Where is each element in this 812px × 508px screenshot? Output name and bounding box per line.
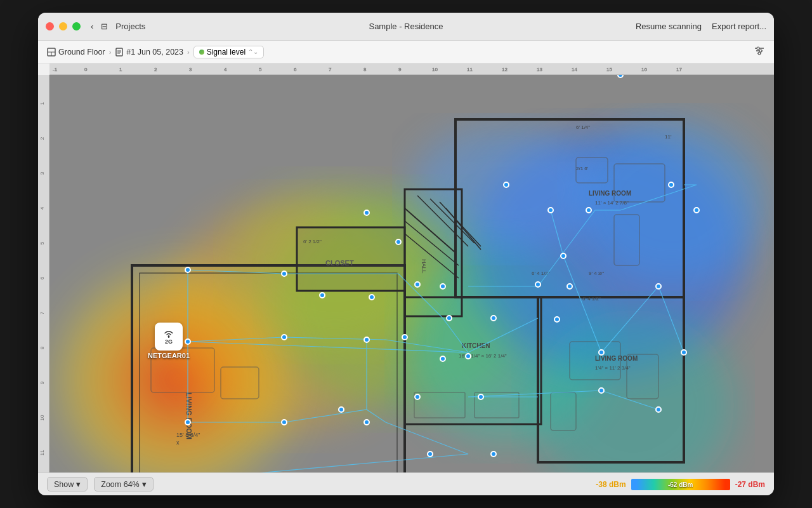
svg-text:1'4" × 11' 2 3/4": 1'4" × 11' 2 3/4" [595, 365, 631, 371]
signal-scale: -38 dBm -62 dBm -27 dBm [596, 479, 765, 490]
ap-marker[interactable]: 2G NETGEAR01 [148, 323, 190, 359]
svg-text:HALL: HALL [421, 259, 427, 274]
titlebar-nav: ‹ ⊟ Projects [91, 22, 145, 31]
svg-text:6' 1/4": 6' 1/4" [576, 124, 590, 130]
svg-text:3: 3 [39, 171, 45, 175]
svg-text:9: 9 [39, 381, 45, 384]
survey-point[interactable] [414, 281, 421, 288]
survey-point[interactable] [369, 294, 375, 300]
survey-point[interactable] [560, 253, 566, 259]
svg-text:3: 3 [189, 67, 192, 72]
ap-icon[interactable]: 2G [155, 323, 183, 351]
svg-text:1: 1 [39, 102, 45, 105]
survey-point[interactable] [586, 207, 592, 213]
survey-point[interactable] [402, 334, 408, 340]
svg-text:13: 13 [537, 67, 542, 72]
svg-text:17: 17 [676, 67, 682, 72]
projects-button[interactable]: Projects [115, 22, 145, 31]
svg-point-100 [168, 336, 170, 338]
app-window: ‹ ⊟ Projects Sample - Residence Resume s… [38, 13, 774, 495]
survey-point[interactable] [427, 451, 433, 457]
svg-text:8: 8 [39, 346, 45, 349]
breadcrumb-floor[interactable]: Ground Floor [47, 48, 105, 57]
survey-point[interactable] [655, 283, 662, 290]
survey-point[interactable] [693, 207, 700, 213]
svg-text:10: 10 [39, 415, 45, 420]
survey-point[interactable] [414, 394, 421, 400]
survey-icon [115, 48, 124, 57]
survey-point[interactable] [185, 419, 191, 425]
svg-rect-33 [38, 75, 49, 472]
back-button[interactable]: ‹ [91, 22, 93, 31]
survey-point[interactable] [554, 316, 560, 323]
survey-point[interactable] [617, 75, 624, 78]
canvas-area[interactable]: CLOSET LIVING ROOM 15' 8 3/4" x HALL [49, 75, 774, 472]
svg-text:4: 4 [39, 206, 45, 210]
survey-point[interactable] [490, 315, 497, 321]
svg-point-11 [759, 50, 762, 52]
svg-text:15: 15 [606, 67, 612, 72]
survey-point[interactable] [598, 387, 605, 394]
survey-point[interactable] [185, 338, 191, 345]
survey-point[interactable] [681, 349, 687, 356]
sidebar-toggle[interactable]: ⊟ [101, 22, 108, 31]
maximize-button[interactable] [72, 22, 81, 30]
svg-text:-1: -1 [53, 67, 58, 72]
survey-point[interactable] [319, 292, 325, 298]
survey-point[interactable] [281, 334, 287, 340]
ruler-top: -1 0 1 2 3 4 5 6 7 8 9 10 11 12 13 14 15 [49, 64, 774, 75]
traffic-lights [46, 22, 81, 30]
breadcrumb-survey[interactable]: #1 Jun 05, 2023 [115, 48, 183, 57]
bottom-bar: Show ▾ Zoom 64% ▾ -38 dBm -62 dBm -27 dB… [38, 472, 774, 495]
svg-text:5: 5 [39, 241, 45, 244]
survey-point[interactable] [490, 451, 497, 457]
scale-min-label: -38 dBm [596, 480, 625, 489]
zoom-button[interactable]: Zoom 64% ▾ [94, 477, 153, 491]
survey-point[interactable] [478, 394, 484, 400]
survey-point[interactable] [668, 182, 674, 188]
filter-button[interactable] [754, 45, 765, 59]
scale-mid-label: -62 dBm [668, 481, 693, 488]
resume-scanning-button[interactable]: Resume scanning [636, 22, 702, 31]
survey-point[interactable] [363, 210, 370, 216]
survey-label: #1 Jun 05, 2023 [126, 48, 183, 57]
survey-point[interactable] [440, 283, 446, 290]
survey-point[interactable] [281, 419, 287, 425]
main-area: -1 0 1 2 3 4 5 6 7 8 9 10 11 12 13 14 15 [38, 64, 774, 472]
svg-text:11: 11 [39, 450, 45, 455]
close-button[interactable] [46, 22, 54, 30]
export-report-button[interactable]: Export report... [712, 22, 766, 31]
svg-text:LIVING ROOM: LIVING ROOM [595, 355, 638, 362]
survey-point[interactable] [185, 267, 191, 273]
svg-text:16: 16 [641, 67, 647, 72]
survey-point[interactable] [440, 356, 446, 362]
svg-rect-57 [455, 119, 684, 297]
floor-label: Ground Floor [58, 48, 105, 57]
svg-line-69 [405, 234, 459, 278]
signal-chevron: ⌃⌄ [248, 48, 258, 55]
survey-point[interactable] [465, 353, 471, 359]
survey-point[interactable] [363, 419, 370, 425]
survey-point[interactable] [395, 239, 402, 245]
signal-level-selector[interactable]: Signal level ⌃⌄ [193, 46, 264, 58]
svg-line-68 [405, 221, 459, 265]
minimize-button[interactable] [59, 22, 67, 30]
show-button[interactable]: Show ▾ [47, 477, 88, 491]
survey-point[interactable] [547, 207, 554, 213]
survey-point[interactable] [338, 406, 344, 413]
scale-start [631, 479, 636, 490]
survey-point[interactable] [446, 315, 452, 321]
survey-point[interactable] [655, 406, 662, 413]
survey-point[interactable] [566, 283, 573, 290]
survey-point[interactable] [363, 337, 370, 343]
survey-point[interactable] [503, 182, 509, 188]
svg-text:0: 0 [84, 67, 88, 72]
svg-line-63 [405, 208, 455, 253]
svg-text:11: 11 [467, 67, 473, 72]
survey-point[interactable] [281, 271, 287, 277]
survey-point[interactable] [598, 349, 605, 356]
svg-text:6: 6 [294, 67, 297, 72]
svg-text:11': 11' [665, 134, 672, 140]
survey-point[interactable] [535, 281, 541, 288]
svg-text:2/1 6': 2/1 6' [576, 166, 589, 171]
